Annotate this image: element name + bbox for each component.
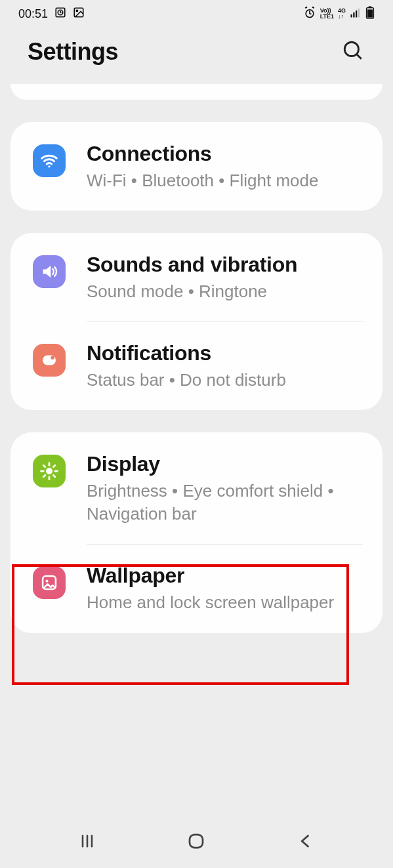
settings-item-notifications[interactable]: Notifications Status bar • Do not distur… xyxy=(10,321,383,410)
svg-line-25 xyxy=(43,476,45,478)
item-subtitle: Home and lock screen wallpaper xyxy=(87,591,363,614)
settings-group: Sounds and vibration Sound mode • Ringto… xyxy=(10,233,383,410)
status-time: 00:51 xyxy=(18,7,48,21)
svg-point-28 xyxy=(45,580,48,583)
settings-group: Display Brightness • Eye comfort shield … xyxy=(10,432,383,632)
item-title: Display xyxy=(87,451,363,477)
wifi-icon xyxy=(33,144,66,177)
item-title: Wallpaper xyxy=(87,562,363,589)
search-button[interactable] xyxy=(342,39,364,64)
item-subtitle: Brightness • Eye comfort shield • Naviga… xyxy=(87,480,363,526)
svg-rect-32 xyxy=(190,835,203,848)
clock-box-icon xyxy=(54,7,66,22)
svg-line-3 xyxy=(60,12,62,13)
header: Settings xyxy=(0,28,393,84)
svg-line-14 xyxy=(357,54,362,59)
item-title: Sounds and vibration xyxy=(87,251,363,278)
item-title: Notifications xyxy=(87,340,363,366)
alarm-icon xyxy=(303,6,316,22)
battery-icon xyxy=(365,6,375,22)
settings-group: Connections Wi-Fi • Bluetooth • Flight m… xyxy=(10,122,383,211)
item-title: Connections xyxy=(87,140,363,167)
svg-point-18 xyxy=(46,468,52,474)
back-button[interactable] xyxy=(297,832,315,853)
page-title: Settings xyxy=(28,38,118,66)
svg-line-26 xyxy=(53,465,55,467)
data-label: 4G↓↑ xyxy=(338,8,346,20)
brightness-icon xyxy=(33,455,66,487)
svg-rect-9 xyxy=(358,9,360,18)
svg-rect-6 xyxy=(351,14,352,18)
sound-icon xyxy=(33,255,66,288)
svg-rect-8 xyxy=(356,10,357,18)
wallpaper-icon xyxy=(33,566,66,599)
svg-point-15 xyxy=(48,165,50,167)
home-button[interactable] xyxy=(186,831,206,854)
svg-rect-11 xyxy=(367,9,373,17)
svg-rect-7 xyxy=(353,12,354,18)
svg-point-5 xyxy=(76,10,77,11)
card-peek xyxy=(10,84,383,100)
svg-point-17 xyxy=(51,356,54,360)
item-subtitle: Status bar • Do not disturb xyxy=(87,369,363,392)
settings-item-connections[interactable]: Connections Wi-Fi • Bluetooth • Flight m… xyxy=(10,122,383,211)
svg-rect-12 xyxy=(369,6,372,8)
item-subtitle: Wi-Fi • Bluetooth • Flight mode xyxy=(87,169,363,192)
settings-item-sounds[interactable]: Sounds and vibration Sound mode • Ringto… xyxy=(10,233,383,321)
image-icon xyxy=(73,7,85,22)
signal-icon xyxy=(350,7,362,22)
notifications-icon xyxy=(33,344,66,377)
android-nav-bar xyxy=(0,822,393,868)
svg-line-23 xyxy=(43,465,45,467)
settings-item-wallpaper[interactable]: Wallpaper Home and lock screen wallpaper xyxy=(10,544,383,632)
recent-apps-button[interactable] xyxy=(78,832,96,853)
settings-item-display[interactable]: Display Brightness • Eye comfort shield … xyxy=(10,432,383,544)
svg-point-13 xyxy=(344,42,358,56)
item-subtitle: Sound mode • Ringtone xyxy=(87,280,363,303)
svg-line-24 xyxy=(53,476,55,478)
status-bar: 00:51 Vo))LTE1 4G↓↑ xyxy=(0,0,393,28)
volte-label: Vo))LTE1 xyxy=(320,8,334,20)
